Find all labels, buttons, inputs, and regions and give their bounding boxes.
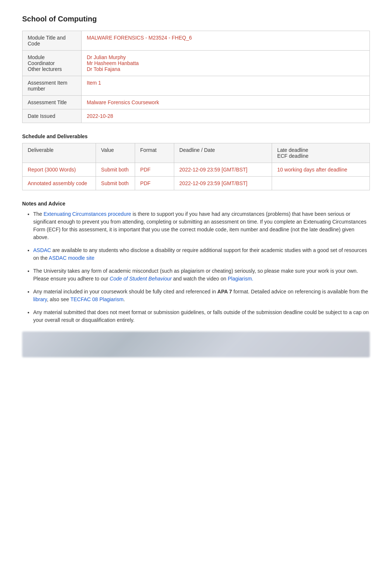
list-item: Any material submitted that does not mee… <box>33 309 370 324</box>
col-header-value: Value <box>96 143 135 163</box>
deliverable-deadline-assembly: 2022-12-09 23:59 [GMT/BST] <box>174 177 272 190</box>
deliverable-late-assembly <box>272 177 369 190</box>
col-header-deadline: Deadline / Date <box>174 143 272 163</box>
note-text-5: Any material submitted that does not mee… <box>33 309 369 323</box>
value-date-issued: 2022-10-28 <box>82 109 370 123</box>
deliverable-value-assembly: Submit both <box>96 177 135 190</box>
asdac-moodle-link[interactable]: ASDAC moodle site <box>49 255 94 261</box>
label-coordinator: ModuleCoordinatorOther lecturers <box>23 51 82 76</box>
col-header-late: Late deadlineECF deadline <box>272 143 369 163</box>
footer-image <box>22 331 370 357</box>
deliverable-name-report: Report (3000 Words) <box>23 163 96 177</box>
col-header-format: Format <box>135 143 174 163</box>
notes-section-title: Notes and Advice <box>22 201 370 207</box>
asdac-link[interactable]: ASDAC <box>33 247 51 253</box>
page-title: School of Computing <box>22 15 370 23</box>
deliverables-table: Deliverable Value Format Deadline / Date… <box>22 143 370 190</box>
list-item: The University takes any form of academi… <box>33 267 370 283</box>
note-text-1-before: The <box>33 211 44 217</box>
info-table: Module Title andCode MALWARE FORENSICS -… <box>22 31 370 123</box>
note-text-4-end: . <box>124 296 125 302</box>
library-link[interactable]: library <box>33 296 47 302</box>
col-header-deliverable: Deliverable <box>23 143 96 163</box>
apa7-bold: APA 7 <box>217 289 232 295</box>
label-date-issued: Date Issued <box>23 109 82 123</box>
table-row-coordinator: ModuleCoordinatorOther lecturers Dr Juli… <box>23 51 370 76</box>
extenuating-link[interactable]: Extenuating Circumstances procedure <box>44 211 131 217</box>
note-text-4-mid: format. Detailed advice on referencing i… <box>232 289 368 295</box>
plagiarism-link-1[interactable]: Plagiarism. <box>228 276 253 282</box>
label-assessment-item: Assessment Itemnumber <box>23 76 82 96</box>
list-item: Any material included in your coursework… <box>33 288 370 303</box>
notes-section: Notes and Advice The Extenuating Circums… <box>22 201 370 324</box>
deliverable-value-report: Submit both <box>96 163 135 177</box>
label-module-code: Module Title andCode <box>23 31 82 51</box>
list-item: The Extenuating Circumstances procedure … <box>33 210 370 241</box>
list-item: ASDAC are available to any students who … <box>33 246 370 262</box>
label-assessment-title: Assessment Title <box>23 96 82 109</box>
value-module-code: MALWARE FORENSICS - M23524 - FHEQ_6 <box>82 31 370 51</box>
code-of-behaviour-link[interactable]: Code of Student Behaviour <box>110 276 172 282</box>
deliverables-row-report: Report (3000 Words) Submit both PDF 2022… <box>23 163 370 177</box>
note-text-4-after: , also see <box>47 296 71 302</box>
deliverable-name-assembly: Annotated assembly code <box>23 177 96 190</box>
value-assessment-title: Malware Forensics Coursework <box>82 96 370 109</box>
deliverable-format-assembly: PDF <box>135 177 174 190</box>
value-assessment-item: Item 1 <box>82 76 370 96</box>
deliverable-late-report: 10 working days after deadline <box>272 163 369 177</box>
value-coordinator: Dr Julian MurphyMr Hasheem HanbattaDr To… <box>82 51 370 76</box>
table-row-date-issued: Date Issued 2022-10-28 <box>23 109 370 123</box>
deliverables-row-assembly: Annotated assembly code Submit both PDF … <box>23 177 370 190</box>
deliverable-deadline-report: 2022-12-09 23:59 [GMT/BST] <box>174 163 272 177</box>
note-text-3-after: and watch the video on <box>172 276 228 282</box>
table-row-assessment-item: Assessment Itemnumber Item 1 <box>23 76 370 96</box>
note-text-4-before: Any material included in your coursework… <box>33 289 217 295</box>
tecfac-link[interactable]: TECFAC 08 Plagiarism <box>71 296 124 302</box>
schedule-section-title: Schedule and Deliverables <box>22 133 370 139</box>
deliverables-header-row: Deliverable Value Format Deadline / Date… <box>23 143 370 163</box>
table-row-assessment-title: Assessment Title Malware Forensics Cours… <box>23 96 370 109</box>
deliverable-format-report: PDF <box>135 163 174 177</box>
notes-list: The Extenuating Circumstances procedure … <box>22 210 370 324</box>
table-row-module-code: Module Title andCode MALWARE FORENSICS -… <box>23 31 370 51</box>
